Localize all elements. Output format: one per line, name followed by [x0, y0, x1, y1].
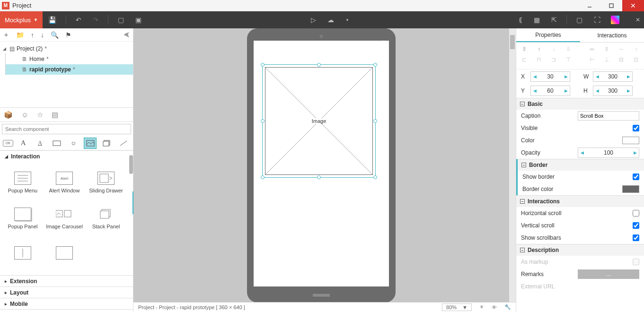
zoom-select[interactable]: 80%▼	[442, 304, 472, 311]
flag-icon[interactable]: ⚑	[65, 31, 71, 39]
section-interactions[interactable]: −Interactions	[516, 196, 644, 207]
space-h-icon[interactable]: ⊟	[618, 56, 625, 63]
tree-item-rapid-prototype[interactable]: 🗎rapid prototype*	[6, 64, 133, 75]
cloud-icon[interactable]: ☁	[327, 16, 334, 24]
h-input[interactable]: ◀300▶	[593, 86, 633, 96]
section-description[interactable]: −Description	[516, 244, 644, 256]
tool-stack[interactable]	[100, 138, 113, 149]
grid-icon[interactable]: ▦	[534, 16, 540, 24]
eye-icon[interactable]: 👁	[492, 304, 497, 310]
align-bottom-icon[interactable]: ⇩	[565, 45, 572, 53]
section-border[interactable]: −Border	[518, 159, 644, 171]
move-up-icon[interactable]: ↑	[31, 31, 34, 39]
tool-underline[interactable]: A	[34, 138, 46, 149]
tool-text[interactable]: A	[17, 138, 30, 149]
comp-popup-menu[interactable]: Popup Menu	[2, 165, 44, 200]
close-button[interactable]: ✕	[622, 0, 644, 11]
tool-ok[interactable]: OK	[3, 140, 13, 147]
collapse-icon[interactable]: ⮜	[124, 31, 130, 39]
acc-interaction[interactable]: ◢Interaction	[0, 150, 133, 162]
folder-icon[interactable]: 📁	[16, 31, 24, 39]
align-right-icon[interactable]: ⊐	[551, 56, 557, 63]
vscroll-checkbox[interactable]	[633, 222, 639, 229]
align-vcenter-icon[interactable]: ⊢	[589, 56, 595, 63]
ungroup-icon[interactable]: ▣	[135, 16, 141, 24]
group-icon[interactable]: ▢	[118, 16, 124, 24]
emoji-tab[interactable]: ☺	[21, 111, 28, 119]
minimize-button[interactable]	[579, 0, 600, 11]
acc-static[interactable]: ▸Static	[0, 309, 133, 312]
sun-icon[interactable]: ☀	[479, 304, 484, 310]
caption-input[interactable]	[578, 111, 639, 121]
brand-menu[interactable]: Mockplus▼	[0, 11, 43, 28]
tool-smiley[interactable]: ☺	[67, 138, 80, 149]
match-height-icon[interactable]: ↕	[633, 45, 639, 53]
section-basic[interactable]: −Basic	[516, 98, 644, 110]
cloud-dropdown-icon[interactable]: ▼	[345, 18, 349, 22]
match-width-icon[interactable]: ↔	[618, 45, 625, 53]
panel-close-icon[interactable]: ✕	[635, 17, 640, 23]
showsb-checkbox[interactable]	[633, 234, 639, 241]
tab-interactions[interactable]: Interactions	[580, 28, 644, 42]
export-icon[interactable]: ⇱	[551, 16, 557, 24]
save-icon[interactable]: 💾	[48, 16, 56, 24]
align-down-icon[interactable]: ↓	[551, 45, 557, 53]
align-up-icon[interactable]: ↑	[536, 45, 542, 53]
distribute-h-icon[interactable]: ⇔	[589, 45, 595, 53]
comp-popup-panel[interactable]: Popup Panel	[2, 201, 44, 235]
share-icon[interactable]: ⟪	[519, 16, 522, 24]
device-icon[interactable]: ▢	[576, 16, 582, 24]
align-vbottom-icon[interactable]: ⊥	[603, 56, 609, 63]
acc-layout[interactable]: ▸Layout	[0, 286, 133, 298]
image-component[interactable]: Image	[265, 67, 373, 175]
wrench-icon[interactable]: 🔧	[504, 304, 511, 310]
search-input[interactable]	[2, 124, 131, 134]
color-swatch[interactable]	[622, 137, 639, 144]
sparkle-icon[interactable]	[611, 16, 619, 24]
tree-item-home[interactable]: 🗎Home*	[6, 54, 133, 64]
comp-extra-2[interactable]	[44, 237, 85, 271]
opacity-input[interactable]: ◀100▶	[578, 147, 639, 158]
tool-line[interactable]	[117, 138, 130, 149]
templates-tab[interactable]: ▤	[52, 111, 58, 119]
maximize-button[interactable]	[600, 0, 622, 11]
x-input[interactable]: ◀30▶	[530, 71, 570, 82]
distribute-v-icon[interactable]: ⇕	[603, 45, 609, 53]
align-left-icon[interactable]: ⊏	[521, 56, 527, 63]
components-tab[interactable]: 📦	[4, 111, 13, 119]
acc-extension[interactable]: ▸Extension	[0, 275, 133, 286]
move-down-icon[interactable]: ↓	[41, 31, 44, 39]
comp-stack-panel[interactable]: Stack Panel	[85, 201, 127, 235]
acc-mobile[interactable]: ▸Mobile	[0, 298, 133, 309]
fullscreen-icon[interactable]: ⛶	[594, 16, 600, 24]
show-border-checkbox[interactable]	[633, 174, 639, 180]
w-input[interactable]: ◀300▶	[593, 71, 633, 82]
redo-icon[interactable]: ↷	[93, 16, 98, 24]
add-page-icon[interactable]: ＋	[3, 31, 9, 39]
remarks-button[interactable]: ...	[578, 269, 639, 279]
tool-image[interactable]	[84, 138, 97, 149]
play-icon[interactable]: ▷	[311, 16, 316, 24]
align-top-icon[interactable]: ⇧	[521, 45, 527, 53]
search-icon[interactable]: 🔍	[51, 31, 59, 39]
border-color-swatch[interactable]	[622, 185, 639, 193]
canvas-scrollbar[interactable]	[509, 28, 516, 312]
tree-root[interactable]: ◢▤ Project (2)*	[0, 43, 133, 54]
visible-checkbox[interactable]	[633, 125, 639, 131]
favorites-tab[interactable]: ☆	[37, 111, 43, 119]
undo-icon[interactable]: ↶	[76, 16, 81, 24]
comp-extra-1[interactable]	[2, 237, 44, 271]
space-v-icon[interactable]: ⊡	[633, 56, 639, 63]
tool-rect[interactable]	[50, 138, 63, 149]
component-scrollbar[interactable]	[128, 150, 133, 312]
comp-sliding-drawer[interactable]: Sliding Drawer	[85, 165, 127, 200]
align-vtop-icon[interactable]: ⊤	[565, 56, 572, 63]
device-screen[interactable]: Image	[254, 41, 389, 286]
canvas[interactable]: ⟳ Image Project - Project -	[133, 28, 516, 312]
selected-scrollbox[interactable]: Image	[262, 64, 376, 178]
y-input[interactable]: ◀60▶	[530, 86, 570, 96]
comp-image-carousel[interactable]: Image Carousel	[44, 201, 85, 235]
align-center-icon[interactable]: ⊓	[536, 56, 542, 63]
hscroll-checkbox[interactable]	[633, 210, 639, 217]
tab-properties[interactable]: Properties	[516, 28, 580, 42]
